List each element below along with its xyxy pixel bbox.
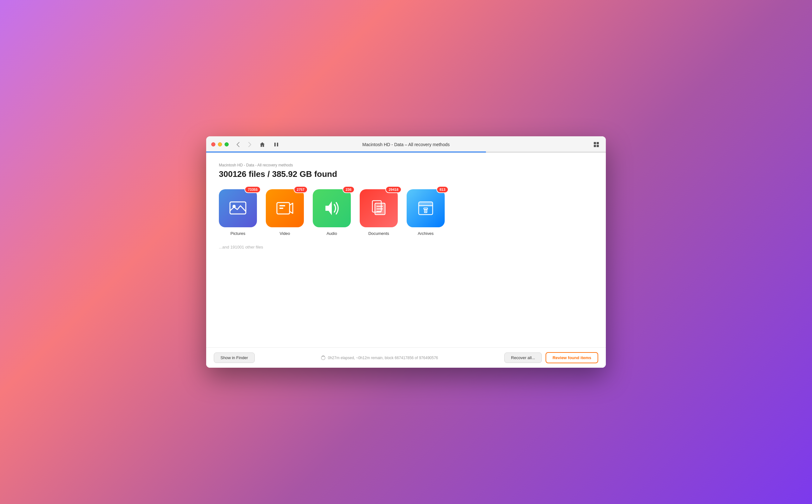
svg-rect-5 [597, 145, 599, 147]
svg-rect-17 [419, 202, 433, 206]
svg-rect-9 [279, 205, 285, 206]
minimize-button[interactable] [218, 142, 222, 146]
main-window: Macintosh HD - Data – All recovery metho… [206, 136, 606, 368]
window-title: Macintosh HD - Data – All recovery metho… [362, 142, 450, 147]
other-files-text: ...and 191001 other files [219, 245, 593, 249]
svg-rect-4 [594, 145, 596, 147]
page-title: 300126 files / 385.92 GB found [219, 169, 593, 179]
svg-rect-0 [274, 143, 276, 146]
video-icon [266, 189, 304, 227]
titlebar: Macintosh HD - Data – All recovery metho… [206, 136, 606, 153]
category-pictures[interactable]: 73355 Pictures [219, 189, 257, 236]
categories-list: 73355 Pictures 2757 [219, 189, 593, 236]
svg-rect-3 [597, 142, 599, 144]
forward-button[interactable] [245, 140, 254, 149]
review-found-items-button[interactable]: Review found items [546, 352, 598, 363]
breadcrumb: Macintosh HD - Data - All recovery metho… [219, 163, 593, 167]
video-badge: 2757 [294, 186, 308, 193]
progress-bar [206, 152, 486, 152]
status-text: 0h27m elapsed, ~0h12m remain, block 6674… [328, 356, 438, 360]
close-button[interactable] [211, 142, 215, 146]
recover-all-button[interactable]: Recover all... [504, 352, 542, 363]
maximize-button[interactable] [224, 142, 229, 146]
pictures-icon [219, 189, 257, 227]
video-label: Video [279, 231, 290, 236]
footer-right: Recover all... Review found items [504, 352, 598, 363]
documents-icon [360, 189, 398, 227]
pause-button[interactable] [272, 140, 281, 149]
pictures-badge: 73355 [244, 186, 261, 193]
audio-label: Audio [326, 231, 337, 236]
home-button[interactable] [258, 140, 267, 149]
status-area: 0h27m elapsed, ~0h12m remain, block 6674… [255, 356, 504, 360]
pictures-label: Pictures [231, 231, 245, 236]
back-button[interactable] [234, 140, 243, 149]
video-icon-wrapper: 2757 [266, 189, 304, 227]
documents-label: Documents [368, 231, 389, 236]
svg-rect-6 [230, 202, 246, 214]
footer: Show in Finder 0h27m elapsed, ~0h12m rem… [206, 347, 606, 368]
show-in-finder-button[interactable]: Show in Finder [214, 352, 255, 363]
svg-rect-10 [279, 208, 283, 209]
svg-rect-2 [594, 142, 596, 144]
titlebar-right [592, 140, 601, 149]
progress-bar-container [206, 152, 606, 152]
archives-icon-wrapper: 813 [407, 189, 445, 227]
category-audio[interactable]: 236 Audio [313, 189, 351, 236]
svg-rect-19 [424, 208, 428, 209]
archives-label: Archives [418, 231, 434, 236]
titlebar-nav [234, 140, 281, 149]
audio-icon [313, 189, 351, 227]
archives-icon [407, 189, 445, 227]
svg-rect-1 [277, 143, 278, 146]
archives-badge: 813 [437, 186, 449, 193]
documents-icon-wrapper: 29418 [360, 189, 398, 227]
audio-icon-wrapper: 236 [313, 189, 351, 227]
grid-view-button[interactable] [592, 140, 601, 149]
category-video[interactable]: 2757 Video [266, 189, 304, 236]
loading-spinner [321, 356, 325, 360]
pictures-icon-wrapper: 73355 [219, 189, 257, 227]
content-area: Macintosh HD - Data - All recovery metho… [206, 153, 606, 347]
traffic-lights [211, 142, 229, 146]
category-documents[interactable]: 29418 Documents [360, 189, 398, 236]
category-archives[interactable]: 813 Archives [407, 189, 445, 236]
svg-rect-20 [425, 210, 427, 213]
documents-badge: 29418 [385, 186, 401, 193]
audio-badge: 236 [342, 186, 354, 193]
